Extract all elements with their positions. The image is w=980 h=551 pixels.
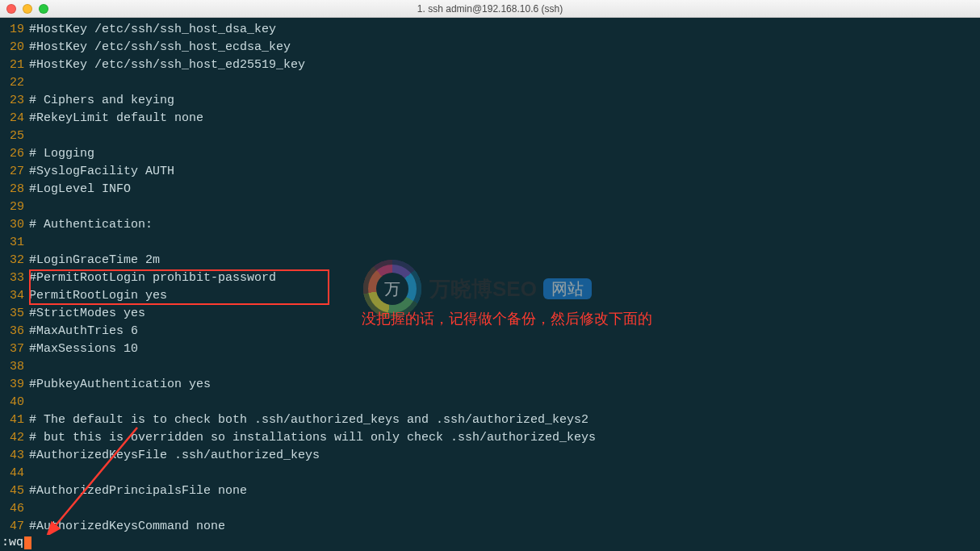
editor-line: 19#HostKey /etc/ssh/ssh_host_dsa_key <box>0 21 980 39</box>
line-content: #MaxSessions 10 <box>29 340 138 358</box>
editor-line: 45#AuthorizedPrincipalsFile none <box>0 482 980 500</box>
editor-line: 44 <box>0 465 980 482</box>
editor-line: 24#RekeyLimit default none <box>0 110 980 127</box>
vi-command-text: :wq <box>2 534 23 551</box>
line-content: #MaxAuthTries 6 <box>29 323 138 340</box>
editor-line: 41# The default is to check both .ssh/au… <box>0 411 980 429</box>
line-number: 43 <box>0 447 29 465</box>
editor-line: 34PermitRootLogin yes <box>0 287 980 305</box>
line-number: 32 <box>0 252 29 269</box>
line-number: 25 <box>0 127 29 145</box>
editor-line: 25 <box>0 127 980 145</box>
line-content: # but this is overridden so installation… <box>29 429 596 447</box>
editor-line: 30# Authentication: <box>0 216 980 234</box>
line-number: 35 <box>0 305 29 323</box>
editor-line: 43#AuthorizedKeysFile .ssh/authorized_ke… <box>0 447 980 465</box>
line-number: 23 <box>0 92 29 110</box>
editor-line: 37#MaxSessions 10 <box>0 340 980 358</box>
line-number: 36 <box>0 323 29 340</box>
line-content: PermitRootLogin yes <box>29 287 167 305</box>
editor-line: 47#AuthorizedKeysCommand none <box>0 518 980 536</box>
line-number: 41 <box>0 411 29 429</box>
line-content: #LogLevel INFO <box>29 181 131 198</box>
line-content: #SyslogFacility AUTH <box>29 163 174 181</box>
line-number: 28 <box>0 181 29 198</box>
line-content: #AuthorizedPrincipalsFile none <box>29 482 247 500</box>
line-content: #StrictModes yes <box>29 305 145 323</box>
editor-line: 26# Logging <box>0 145 980 163</box>
line-content: # Ciphers and keying <box>29 92 174 110</box>
editor-line: 21#HostKey /etc/ssh/ssh_host_ed25519_key <box>0 56 980 74</box>
vi-command-line[interactable]: :wq <box>0 535 980 551</box>
line-content: #HostKey /etc/ssh/ssh_host_ecdsa_key <box>29 39 291 56</box>
line-content: #PubkeyAuthentication yes <box>29 376 211 394</box>
line-content: # Logging <box>29 145 94 163</box>
editor-line: 28#LogLevel INFO <box>0 181 980 198</box>
editor-line: 22 <box>0 74 980 92</box>
line-number: 27 <box>0 163 29 181</box>
line-content: #RekeyLimit default none <box>29 110 203 127</box>
line-number: 42 <box>0 429 29 447</box>
terminal-editor[interactable]: 19#HostKey /etc/ssh/ssh_host_dsa_key20#H… <box>0 18 980 551</box>
line-number: 24 <box>0 110 29 127</box>
editor-line: 23# Ciphers and keying <box>0 92 980 110</box>
editor-line: 33#PermitRootLogin prohibit-password <box>0 269 980 287</box>
editor-line: 42# but this is overridden so installati… <box>0 429 980 447</box>
line-content: #LoginGraceTime 2m <box>29 252 160 269</box>
editor-line: 27#SyslogFacility AUTH <box>0 163 980 181</box>
editor-line: 40 <box>0 394 980 411</box>
editor-line: 36#MaxAuthTries 6 <box>0 323 980 340</box>
line-content: #HostKey /etc/ssh/ssh_host_ed25519_key <box>29 56 305 74</box>
line-number: 34 <box>0 287 29 305</box>
line-number: 31 <box>0 234 29 252</box>
line-number: 40 <box>0 394 29 411</box>
line-content: # The default is to check both .ssh/auth… <box>29 411 588 429</box>
editor-lines: 19#HostKey /etc/ssh/ssh_host_dsa_key20#H… <box>0 18 980 536</box>
line-number: 19 <box>0 21 29 39</box>
line-number: 20 <box>0 39 29 56</box>
editor-line: 31 <box>0 234 980 252</box>
line-number: 30 <box>0 216 29 234</box>
line-number: 38 <box>0 358 29 376</box>
line-number: 21 <box>0 56 29 74</box>
window-titlebar: 1. ssh admin@192.168.10.6 (ssh) <box>0 0 980 18</box>
editor-line: 20#HostKey /etc/ssh/ssh_host_ecdsa_key <box>0 39 980 56</box>
line-number: 37 <box>0 340 29 358</box>
line-number: 22 <box>0 74 29 92</box>
editor-line: 46 <box>0 500 980 518</box>
editor-line: 38 <box>0 358 980 376</box>
editor-line: 35#StrictModes yes <box>0 305 980 323</box>
line-number: 33 <box>0 269 29 287</box>
line-content: #PermitRootLogin prohibit-password <box>29 269 276 287</box>
line-number: 46 <box>0 500 29 518</box>
line-number: 47 <box>0 518 29 536</box>
line-number: 44 <box>0 465 29 482</box>
line-content: #HostKey /etc/ssh/ssh_host_dsa_key <box>29 21 276 39</box>
editor-line: 32#LoginGraceTime 2m <box>0 252 980 269</box>
line-number: 26 <box>0 145 29 163</box>
line-number: 39 <box>0 376 29 394</box>
window-title: 1. ssh admin@192.168.10.6 (ssh) <box>0 3 980 15</box>
editor-line: 39#PubkeyAuthentication yes <box>0 376 980 394</box>
line-content: #AuthorizedKeysCommand none <box>29 518 225 536</box>
line-content: # Authentication: <box>29 216 153 234</box>
line-content: #AuthorizedKeysFile .ssh/authorized_keys <box>29 447 320 465</box>
line-number: 45 <box>0 482 29 500</box>
text-cursor-icon <box>24 536 31 549</box>
line-number: 29 <box>0 198 29 216</box>
editor-line: 29 <box>0 198 980 216</box>
